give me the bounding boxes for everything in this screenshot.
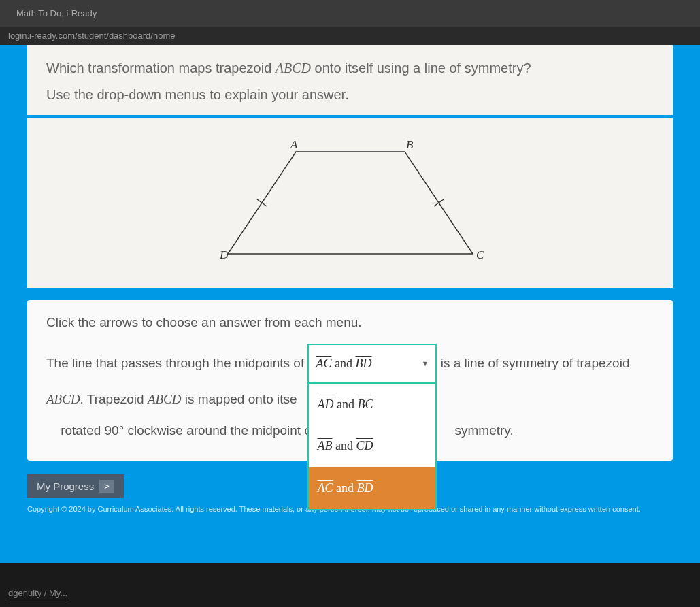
vertex-b-label: B (406, 138, 414, 151)
answer-instruction: Click the arrows to choose an answer fro… (46, 315, 654, 330)
question-card: Which transformation maps trapezoid ABCD… (27, 45, 673, 115)
chevron-down-icon: ▼ (415, 355, 429, 372)
dropdown-option-3[interactable]: AC and BD (309, 467, 435, 509)
answer-card: Click the arrows to choose an answer fro… (27, 300, 673, 461)
chevron-right-icon: > (99, 480, 114, 493)
vertex-c-label: C (476, 248, 484, 261)
answer-math-1: ABCD (46, 392, 80, 406)
dropdown-option-2[interactable]: AB and CD (309, 425, 435, 467)
progress-label: My Progress (37, 480, 94, 492)
svg-line-2 (434, 199, 444, 206)
answer-sentence: The line that passes through the midpoin… (46, 344, 654, 446)
browser-chrome: Math To Do, i-Ready (0, 0, 700, 27)
url-bar[interactable]: login.i-ready.com/student/dashboard/home (0, 27, 700, 45)
dropdown-selected[interactable]: AC and BD ▼ (307, 344, 437, 384)
svg-line-1 (257, 199, 267, 206)
question-math: ABCD (276, 61, 311, 76)
trapezoid-diagram: A B C D (207, 135, 493, 271)
answer-text-1: The line that passes through the midpoin… (46, 356, 307, 370)
answer-text-4a: rotated 90° clockwise around the midpoin… (61, 423, 312, 438)
answer-text-4b: symmetry. (455, 423, 514, 438)
vertex-a-label: A (290, 138, 298, 151)
diagram-card: A B C D (27, 118, 673, 288)
taskbar: dgenuity / My... (0, 581, 700, 607)
dropdown-1[interactable]: AC and BD ▼ AD and BC AB and CD AC and B… (307, 344, 437, 384)
question-line-1: Which transformation maps trapezoid ABCD… (46, 57, 654, 79)
svg-marker-0 (228, 152, 473, 254)
question-line-2: Use the drop-down menus to explain your … (46, 87, 654, 103)
answer-text-3b: is mapped onto itse (182, 392, 297, 406)
dropdown-list: AD and BC AB and CD AC and BD (307, 384, 437, 510)
vertex-d-label: D (219, 248, 229, 261)
taskbar-tab[interactable]: dgenuity / My... (8, 588, 67, 600)
main-content: Which transformation maps trapezoid ABCD… (0, 45, 700, 563)
question-prefix: Which transformation maps trapezoid (46, 61, 276, 76)
answer-text-2: is a line of symmetry of trapezoid (441, 356, 630, 370)
answer-math-2: ABCD (148, 392, 182, 406)
my-progress-button[interactable]: My Progress > (27, 474, 124, 498)
answer-text-3a: . Trapezoid (80, 392, 148, 406)
dropdown-option-1[interactable]: AD and BC (309, 384, 435, 425)
browser-tab[interactable]: Math To Do, i-Ready (8, 5, 105, 21)
question-suffix: onto itself using a line of symmetry? (311, 61, 531, 76)
